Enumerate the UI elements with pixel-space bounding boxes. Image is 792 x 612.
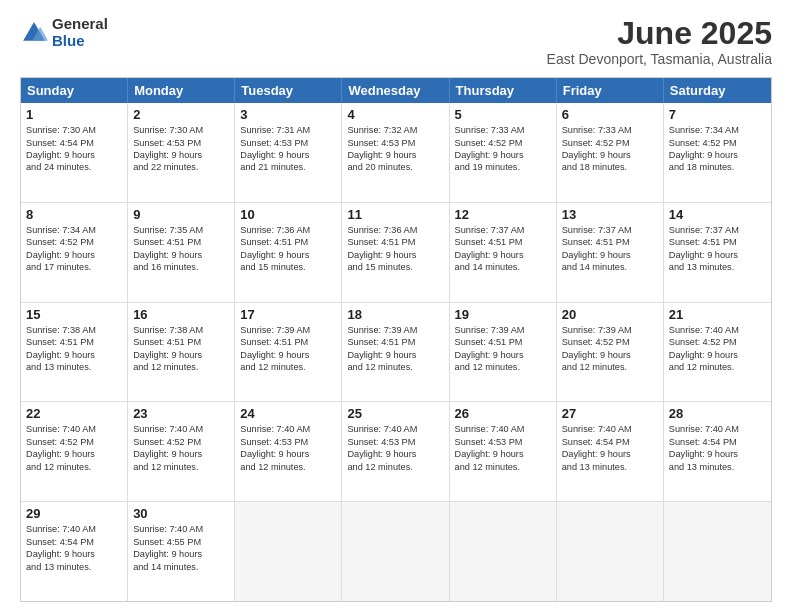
calendar-cell: 22Sunrise: 7:40 AMSunset: 4:52 PMDayligh…: [21, 402, 128, 501]
day-number: 12: [455, 207, 551, 222]
logo-general: General: [52, 16, 108, 33]
cell-info-line: Daylight: 9 hours: [347, 249, 443, 261]
cell-info-line: and 24 minutes.: [26, 161, 122, 173]
cell-info-line: Sunrise: 7:35 AM: [133, 224, 229, 236]
cell-info-line: Daylight: 9 hours: [240, 149, 336, 161]
cell-info-line: and 14 minutes.: [562, 261, 658, 273]
cell-info-line: Sunrise: 7:36 AM: [240, 224, 336, 236]
cell-info-line: Sunset: 4:52 PM: [669, 336, 766, 348]
cell-info-line: Sunset: 4:52 PM: [669, 137, 766, 149]
day-number: 24: [240, 406, 336, 421]
calendar-cell: 21Sunrise: 7:40 AMSunset: 4:52 PMDayligh…: [664, 303, 771, 402]
day-number: 8: [26, 207, 122, 222]
cell-info-line: Sunset: 4:51 PM: [347, 336, 443, 348]
cell-info-line: Daylight: 9 hours: [133, 349, 229, 361]
day-number: 16: [133, 307, 229, 322]
calendar-cell: [450, 502, 557, 601]
cell-info-line: Sunset: 4:51 PM: [133, 336, 229, 348]
calendar-cell: 11Sunrise: 7:36 AMSunset: 4:51 PMDayligh…: [342, 203, 449, 302]
cell-info-line: and 12 minutes.: [562, 361, 658, 373]
day-number: 10: [240, 207, 336, 222]
calendar-cell: 18Sunrise: 7:39 AMSunset: 4:51 PMDayligh…: [342, 303, 449, 402]
calendar-cell: 30Sunrise: 7:40 AMSunset: 4:55 PMDayligh…: [128, 502, 235, 601]
cell-info-line: and 22 minutes.: [133, 161, 229, 173]
calendar-week: 15Sunrise: 7:38 AMSunset: 4:51 PMDayligh…: [21, 303, 771, 403]
cell-info-line: Sunrise: 7:40 AM: [26, 423, 122, 435]
cell-info-line: Sunset: 4:52 PM: [562, 336, 658, 348]
day-number: 13: [562, 207, 658, 222]
cell-info-line: Sunrise: 7:38 AM: [26, 324, 122, 336]
cell-info-line: Daylight: 9 hours: [133, 249, 229, 261]
calendar-cell: 13Sunrise: 7:37 AMSunset: 4:51 PMDayligh…: [557, 203, 664, 302]
cell-info-line: Daylight: 9 hours: [26, 448, 122, 460]
calendar-header: SundayMondayTuesdayWednesdayThursdayFrid…: [21, 78, 771, 103]
cell-info-line: Daylight: 9 hours: [455, 448, 551, 460]
cell-info-line: Daylight: 9 hours: [240, 349, 336, 361]
cell-info-line: Sunset: 4:52 PM: [562, 137, 658, 149]
cell-info-line: Sunset: 4:53 PM: [347, 436, 443, 448]
cell-info-line: and 12 minutes.: [455, 461, 551, 473]
cell-info-line: Sunrise: 7:37 AM: [455, 224, 551, 236]
calendar-cell: [664, 502, 771, 601]
calendar-header-day: Sunday: [21, 78, 128, 103]
day-number: 7: [669, 107, 766, 122]
day-number: 1: [26, 107, 122, 122]
cell-info-line: Daylight: 9 hours: [26, 249, 122, 261]
calendar-header-day: Tuesday: [235, 78, 342, 103]
cell-info-line: Sunset: 4:53 PM: [133, 137, 229, 149]
cell-info-line: Daylight: 9 hours: [347, 149, 443, 161]
calendar-week: 22Sunrise: 7:40 AMSunset: 4:52 PMDayligh…: [21, 402, 771, 502]
cell-info-line: Sunset: 4:54 PM: [562, 436, 658, 448]
cell-info-line: and 16 minutes.: [133, 261, 229, 273]
cell-info-line: Sunrise: 7:40 AM: [133, 523, 229, 535]
calendar-week: 1Sunrise: 7:30 AMSunset: 4:54 PMDaylight…: [21, 103, 771, 203]
cell-info-line: and 14 minutes.: [133, 561, 229, 573]
cell-info-line: and 12 minutes.: [26, 461, 122, 473]
calendar-cell: 27Sunrise: 7:40 AMSunset: 4:54 PMDayligh…: [557, 402, 664, 501]
calendar-cell: [235, 502, 342, 601]
cell-info-line: Sunset: 4:52 PM: [133, 436, 229, 448]
cell-info-line: Sunset: 4:52 PM: [455, 137, 551, 149]
calendar-cell: 23Sunrise: 7:40 AMSunset: 4:52 PMDayligh…: [128, 402, 235, 501]
cell-info-line: Sunset: 4:51 PM: [562, 236, 658, 248]
cell-info-line: Sunset: 4:51 PM: [455, 336, 551, 348]
cell-info-line: Daylight: 9 hours: [240, 448, 336, 460]
cell-info-line: Sunset: 4:53 PM: [240, 137, 336, 149]
cell-info-line: Sunrise: 7:40 AM: [26, 523, 122, 535]
cell-info-line: Sunrise: 7:34 AM: [26, 224, 122, 236]
calendar-week: 8Sunrise: 7:34 AMSunset: 4:52 PMDaylight…: [21, 203, 771, 303]
day-number: 5: [455, 107, 551, 122]
title-area: June 2025 East Devonport, Tasmania, Aust…: [547, 16, 772, 67]
cell-info-line: and 13 minutes.: [562, 461, 658, 473]
day-number: 22: [26, 406, 122, 421]
day-number: 29: [26, 506, 122, 521]
cell-info-line: Sunrise: 7:40 AM: [133, 423, 229, 435]
cell-info-line: and 13 minutes.: [669, 461, 766, 473]
day-number: 21: [669, 307, 766, 322]
day-number: 19: [455, 307, 551, 322]
cell-info-line: Sunrise: 7:33 AM: [455, 124, 551, 136]
cell-info-line: and 12 minutes.: [455, 361, 551, 373]
calendar-cell: 3Sunrise: 7:31 AMSunset: 4:53 PMDaylight…: [235, 103, 342, 202]
cell-info-line: Sunset: 4:51 PM: [347, 236, 443, 248]
calendar: SundayMondayTuesdayWednesdayThursdayFrid…: [20, 77, 772, 602]
cell-info-line: Sunrise: 7:40 AM: [347, 423, 443, 435]
cell-info-line: and 12 minutes.: [133, 361, 229, 373]
cell-info-line: and 17 minutes.: [26, 261, 122, 273]
logo: General Blue: [20, 16, 108, 49]
cell-info-line: and 15 minutes.: [240, 261, 336, 273]
day-number: 20: [562, 307, 658, 322]
cell-info-line: Daylight: 9 hours: [562, 149, 658, 161]
calendar-header-day: Wednesday: [342, 78, 449, 103]
cell-info-line: and 12 minutes.: [347, 361, 443, 373]
calendar-cell: 28Sunrise: 7:40 AMSunset: 4:54 PMDayligh…: [664, 402, 771, 501]
cell-info-line: Sunrise: 7:39 AM: [455, 324, 551, 336]
page: General Blue June 2025 East Devonport, T…: [0, 0, 792, 612]
cell-info-line: Sunset: 4:51 PM: [240, 336, 336, 348]
day-number: 9: [133, 207, 229, 222]
cell-info-line: and 14 minutes.: [455, 261, 551, 273]
cell-info-line: Sunset: 4:52 PM: [26, 436, 122, 448]
day-number: 23: [133, 406, 229, 421]
cell-info-line: Sunset: 4:51 PM: [26, 336, 122, 348]
day-number: 18: [347, 307, 443, 322]
